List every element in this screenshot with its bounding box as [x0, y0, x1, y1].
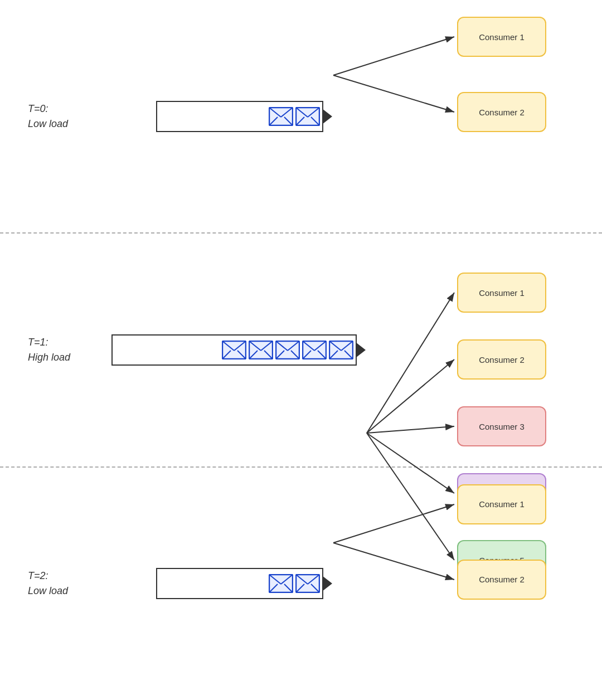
email-icon-t2-1 — [269, 574, 293, 593]
queue-body-t2 — [156, 568, 323, 599]
svg-line-12 — [333, 37, 454, 75]
section-t2: T=2: Low load Consumer 1 Consumer 2 — [0, 468, 602, 700]
consumer-t1-3: Consumer 3 — [457, 406, 546, 446]
svg-line-62 — [333, 543, 454, 580]
queue-body-t1 — [111, 334, 357, 366]
svg-line-61 — [333, 504, 454, 543]
svg-line-46 — [367, 426, 454, 433]
email-icon-t0-2 — [295, 107, 320, 126]
email-icon-t0-1 — [269, 107, 293, 126]
consumer-t0-2: Consumer 2 — [457, 92, 546, 132]
queue-t0 — [156, 101, 323, 132]
svg-line-45 — [367, 359, 454, 433]
svg-line-44 — [367, 293, 454, 433]
email-icon-t1-2 — [249, 341, 273, 359]
email-icon-t1-5 — [329, 341, 353, 359]
diagram-container: T=0: Low load — [0, 0, 602, 700]
queue-t2 — [156, 568, 323, 599]
email-icon-t1-3 — [275, 341, 300, 359]
consumer-t2-1: Consumer 1 — [457, 484, 546, 524]
consumer-t1-2: Consumer 2 — [457, 339, 546, 380]
consumer-t2-2: Consumer 2 — [457, 560, 546, 600]
svg-line-13 — [333, 75, 454, 112]
consumer-t1-1: Consumer 1 — [457, 273, 546, 313]
email-icon-t2-2 — [295, 574, 320, 593]
section-t1-label: T=1: High load — [28, 335, 70, 365]
email-icon-t1-4 — [302, 341, 327, 359]
queue-body-t0 — [156, 101, 323, 132]
section-t0: T=0: Low load — [0, 0, 602, 232]
section-t0-label: T=0: Low load — [28, 101, 68, 132]
consumer-t0-1: Consumer 1 — [457, 17, 546, 57]
queue-t1 — [111, 334, 357, 366]
email-icon-t1-1 — [222, 341, 246, 359]
section-t1: T=1: High load — [0, 234, 602, 466]
section-t2-label: T=2: Low load — [28, 568, 68, 599]
